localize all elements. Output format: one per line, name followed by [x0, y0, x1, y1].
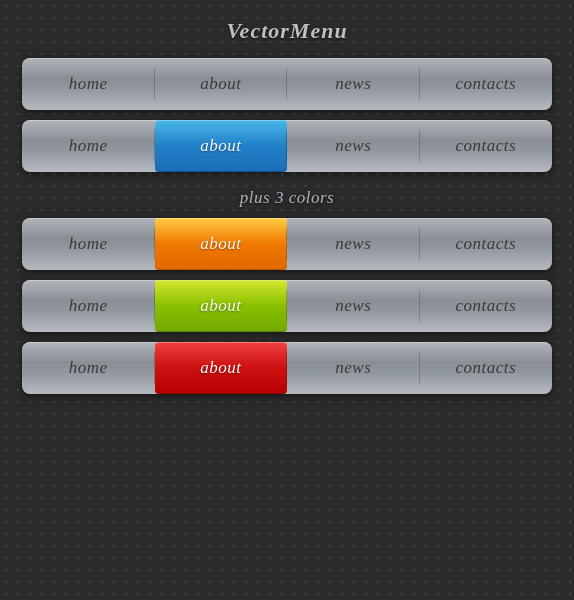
nav-item-contacts-2[interactable]: contacts	[420, 120, 553, 172]
nav-item-home-2[interactable]: home	[22, 120, 155, 172]
subtitle: plus 3 colors	[240, 188, 334, 208]
nav-bar-default: home about news contacts	[22, 58, 552, 110]
nav-bar-orange: home about news contacts	[22, 218, 552, 270]
nav-item-news-5[interactable]: news	[287, 342, 420, 394]
nav-item-news-1[interactable]: news	[287, 58, 420, 110]
nav-item-home-1[interactable]: home	[22, 58, 155, 110]
nav-item-about-5[interactable]: about	[155, 342, 288, 394]
nav-item-about-1[interactable]: about	[155, 58, 288, 110]
nav-item-contacts-1[interactable]: contacts	[420, 58, 553, 110]
nav-item-news-3[interactable]: news	[287, 218, 420, 270]
nav-bar-red: home about news contacts	[22, 342, 552, 394]
nav-item-about-2[interactable]: about	[155, 120, 288, 172]
nav-item-contacts-5[interactable]: contacts	[420, 342, 553, 394]
nav-item-home-3[interactable]: home	[22, 218, 155, 270]
nav-item-about-3[interactable]: about	[155, 218, 288, 270]
nav-item-home-4[interactable]: home	[22, 280, 155, 332]
nav-item-home-5[interactable]: home	[22, 342, 155, 394]
nav-item-news-2[interactable]: news	[287, 120, 420, 172]
nav-bar-blue: home about news contacts	[22, 120, 552, 172]
nav-bar-green: home about news contacts	[22, 280, 552, 332]
nav-item-news-4[interactable]: news	[287, 280, 420, 332]
nav-item-about-4[interactable]: about	[155, 280, 288, 332]
page-title: VectorMenu	[226, 18, 347, 44]
nav-item-contacts-3[interactable]: contacts	[420, 218, 553, 270]
nav-item-contacts-4[interactable]: contacts	[420, 280, 553, 332]
